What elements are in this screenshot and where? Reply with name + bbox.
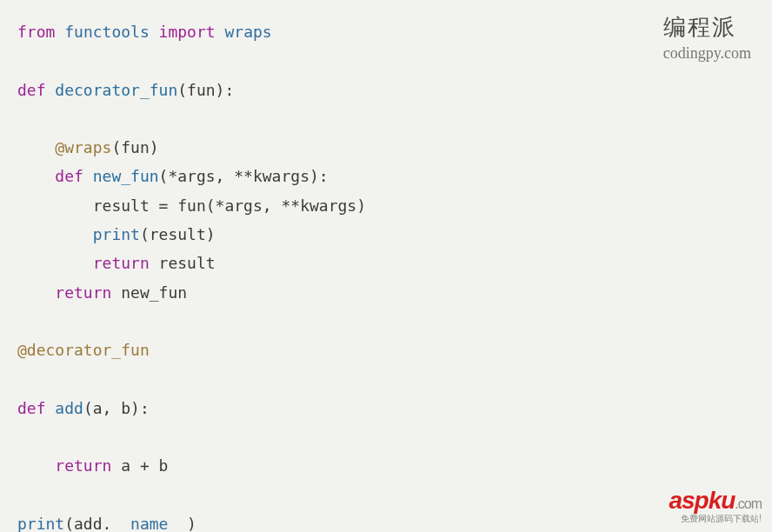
- return-val: new_fun: [121, 283, 187, 302]
- decorator-fun: @decorator_fun: [17, 341, 150, 359]
- keyword-def: def: [17, 399, 46, 417]
- watermark-suffix: .com: [735, 496, 762, 511]
- call-close: ): [187, 515, 196, 532]
- watermark-bottom-logo: aspku.com: [669, 487, 762, 515]
- func-name: add: [55, 399, 83, 417]
- keyword-def: def: [17, 81, 46, 99]
- decorator-wraps: @wraps: [55, 138, 111, 156]
- equals: =: [150, 196, 178, 215]
- import-name: wraps: [224, 23, 271, 41]
- return-val: result: [159, 254, 216, 272]
- watermark-top-cn: 编程派: [663, 12, 751, 43]
- module-name: functools: [64, 23, 150, 41]
- func-name: decorator_fun: [55, 81, 177, 99]
- code-block: from functools import wraps def decorato…: [0, 0, 772, 532]
- var-name: result: [93, 196, 150, 215]
- keyword-import: import: [159, 23, 216, 41]
- params: (fun):: [177, 81, 234, 99]
- keyword-return: return: [93, 254, 150, 272]
- keyword-from: from: [17, 23, 55, 41]
- watermark-tagline: 免费网站源码下载站!: [669, 513, 762, 525]
- watermark-brand: aspku: [669, 487, 735, 514]
- watermark-bottom: aspku.com 免费网站源码下载站!: [669, 487, 762, 525]
- params: (*args, **kwargs):: [159, 167, 329, 185]
- call-open: (add.: [64, 515, 111, 532]
- keyword-return: return: [55, 456, 111, 475]
- func-name: new_fun: [93, 167, 159, 185]
- params: (a, b):: [83, 399, 150, 417]
- watermark-top-en: codingpy.com: [663, 44, 751, 63]
- call-arg: (result): [140, 225, 216, 243]
- builtin-print: print: [93, 225, 140, 243]
- return-val: a + b: [121, 456, 168, 475]
- dunder-name: __name__: [111, 515, 187, 532]
- keyword-return: return: [55, 283, 111, 302]
- code-pre: from functools import wraps def decorato…: [17, 17, 755, 532]
- call-expr: fun(*args, **kwargs): [177, 196, 366, 215]
- keyword-def: def: [55, 167, 83, 185]
- builtin-print: print: [17, 515, 64, 532]
- decorator-arg: (fun): [111, 138, 158, 156]
- watermark-top: 编程派 codingpy.com: [663, 12, 751, 63]
